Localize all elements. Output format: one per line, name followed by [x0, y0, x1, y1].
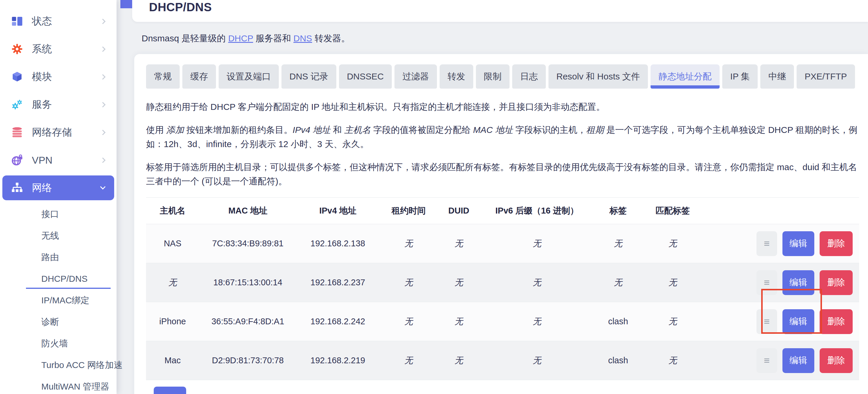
sidebar-subitem-multiwan[interactable]: MultiWAN 管理器 [0, 376, 117, 394]
chevron-right-icon [100, 130, 105, 135]
intro-text: 转发器。 [312, 33, 350, 43]
tab-filter[interactable]: 过滤器 [395, 64, 437, 89]
delete-button[interactable]: 删除 [819, 270, 852, 295]
sidebar-item-status[interactable]: 状态 [2, 9, 114, 34]
col-header-ipv4: IPv4 地址 [297, 198, 379, 224]
tab-settings-ports[interactable]: 设置及端口 [219, 64, 279, 89]
edit-button[interactable]: 编辑 [782, 309, 814, 334]
tab-dns-records[interactable]: DNS 记录 [281, 64, 336, 89]
sidebar-item-label: 网络 [32, 181, 52, 195]
edit-button[interactable]: 编辑 [782, 348, 814, 373]
chevron-right-icon [100, 158, 105, 163]
sidebar-subitem-firewall[interactable]: 防火墙 [0, 333, 117, 354]
cell-match-tag: 无 [669, 278, 677, 287]
description-paragraph-1: 静态租约用于给 DHCP 客户端分配固定的 IP 地址和主机标识。只有指定的主机… [146, 100, 859, 114]
tab-limits[interactable]: 限制 [476, 64, 509, 89]
sidebar-item-services[interactable]: 服务 [2, 92, 114, 117]
gear-icon [11, 43, 24, 56]
tab-static-leases[interactable]: 静态地址分配 [651, 64, 720, 89]
network-submenu: 接口 无线 路由 DHCP/DNS IP/MAC绑定 诊断 防火墙 Turbo … [0, 203, 117, 394]
edit-button[interactable]: 编辑 [782, 231, 814, 256]
table-row: NAS 7C:83:34:B9:89:81 192.168.2.138 无 无 … [146, 224, 859, 263]
sidebar-item-label: VPN [32, 154, 53, 166]
col-header-lease: 租约时间 [379, 198, 438, 224]
edit-button[interactable]: 编辑 [782, 270, 814, 295]
intro-text: Dnsmasq 是轻量级的 [142, 33, 228, 43]
drag-handle-icon: ≡ [764, 277, 770, 288]
storage-database-icon [11, 126, 24, 139]
cell-tag: 无 [614, 238, 623, 248]
static-leases-table: 主机名 MAC 地址 IPv4 地址 租约时间 DUID IPv6 后缀（16 … [146, 197, 859, 380]
col-header-mac: MAC 地址 [199, 198, 297, 224]
cell-ipv4: 192.168.2.138 [310, 238, 365, 248]
cell-lease: 无 [404, 317, 413, 326]
chevron-right-icon [100, 74, 105, 80]
intro-text: 服务器和 [253, 33, 293, 43]
sidebar-subitem-routing[interactable]: 路由 [0, 246, 117, 268]
sidebar-item-label: 模块 [32, 70, 52, 84]
tab-ip-sets[interactable]: IP 集 [722, 64, 758, 89]
sidebar-subitem-ip-mac-binding[interactable]: IP/MAC绑定 [0, 289, 117, 311]
cell-mac: D2:9D:81:73:70:78 [212, 356, 283, 365]
chevron-right-icon [100, 102, 105, 107]
drag-handle-button[interactable]: ≡ [756, 309, 777, 334]
col-header-hostname: 主机名 [146, 198, 199, 224]
delete-button[interactable]: 删除 [819, 231, 852, 256]
dhcp-link[interactable]: DHCP [228, 33, 253, 43]
sidebar-item-network[interactable]: 网络 [2, 175, 114, 200]
delete-button[interactable]: 删除 [819, 348, 852, 373]
cell-mac: 36:55:A9:F4:8D:A1 [212, 317, 284, 326]
col-header-actions [704, 198, 859, 224]
sidebar-subitem-turbo-acc[interactable]: Turbo ACC 网络加速 [0, 354, 117, 376]
tab-log[interactable]: 日志 [512, 64, 546, 89]
tab-dnssec[interactable]: DNSSEC [339, 64, 392, 89]
main-content: DHCP/DNS Dnsmasq 是轻量级的 DHCP 服务器和 DNS 转发器… [117, 0, 868, 394]
tab-relay[interactable]: 中继 [760, 64, 794, 89]
sidebar-subitem-dhcp-dns[interactable]: DHCP/DNS [0, 268, 117, 289]
tab-forward[interactable]: 转发 [440, 64, 473, 89]
cell-match-tag: 无 [669, 238, 677, 248]
app-window: 状态 系统 模块 服务 [0, 0, 868, 394]
drag-handle-button[interactable]: ≡ [756, 231, 777, 256]
cell-lease: 无 [404, 238, 413, 248]
description-paragraph-3: 标签用于筛选所用的主机目录；可以提供多个标签，但这种情况下，请求必须匹配所有标签… [146, 160, 859, 189]
description-paragraph-2: 使用 添加 按钮来增加新的租约条目。IPv4 地址 和 主机名 字段的值将被固定… [146, 123, 859, 151]
cell-duid: 无 [455, 317, 463, 326]
sidebar: 状态 系统 模块 服务 [0, 0, 117, 394]
dashboard-icon [11, 15, 24, 28]
cell-tag: clash [608, 317, 628, 326]
sidebar-subitem-wireless[interactable]: 无线 [0, 225, 117, 246]
sidebar-subitem-interfaces[interactable]: 接口 [0, 203, 117, 225]
cell-mac: 18:67:15:13:00:14 [213, 278, 282, 287]
dns-link[interactable]: DNS [293, 33, 312, 43]
intro-line: Dnsmasq 是轻量级的 DHCP 服务器和 DNS 转发器。 [142, 32, 868, 45]
tab-resolv-hosts[interactable]: Resolv 和 Hosts 文件 [549, 64, 648, 89]
table-header-row: 主机名 MAC 地址 IPv4 地址 租约时间 DUID IPv6 后缀（16 … [146, 198, 859, 224]
tab-pxe-tftp[interactable]: PXE/TFTP [797, 64, 855, 89]
tab-cache[interactable]: 缓存 [182, 64, 216, 89]
page-title: DHCP/DNS [149, 0, 212, 14]
sidebar-item-vpn[interactable]: VPN [2, 148, 114, 172]
tab-general[interactable]: 常规 [146, 64, 180, 89]
sidebar-item-modules[interactable]: 模块 [2, 64, 114, 89]
sidebar-subitem-diagnostics[interactable]: 诊断 [0, 311, 117, 333]
sidebar-item-label: 服务 [32, 98, 52, 111]
services-gears-icon [11, 98, 24, 111]
table-row: 无 18:67:15:13:00:14 192.168.2.237 无 无 无 … [146, 263, 859, 302]
tab-bar: 常规 缓存 设置及端口 DNS 记录 DNSSEC 过滤器 转发 限制 日志 R… [146, 64, 859, 89]
vpn-globe-lock-icon [11, 153, 24, 167]
drag-handle-button[interactable]: ≡ [756, 348, 777, 373]
cell-hostname: 无 [168, 278, 177, 287]
table-row: iPhone 36:55:A9:F4:8D:A1 192.168.2.242 无… [146, 302, 859, 341]
cell-ipv6-suffix: 无 [533, 238, 541, 248]
sidebar-item-network-storage[interactable]: 网络存储 [2, 120, 114, 145]
drag-handle-button[interactable]: ≡ [756, 270, 777, 295]
network-sitemap-icon [11, 181, 24, 194]
page-header: DHCP/DNS [132, 0, 868, 22]
sidebar-item-system[interactable]: 系统 [2, 37, 114, 61]
cell-ipv4: 192.168.2.219 [310, 356, 365, 365]
cell-match-tag: 无 [669, 356, 677, 365]
add-button[interactable]: 添加 [154, 387, 186, 394]
delete-button[interactable]: 删除 [819, 309, 852, 334]
cell-duid: 无 [455, 278, 463, 287]
